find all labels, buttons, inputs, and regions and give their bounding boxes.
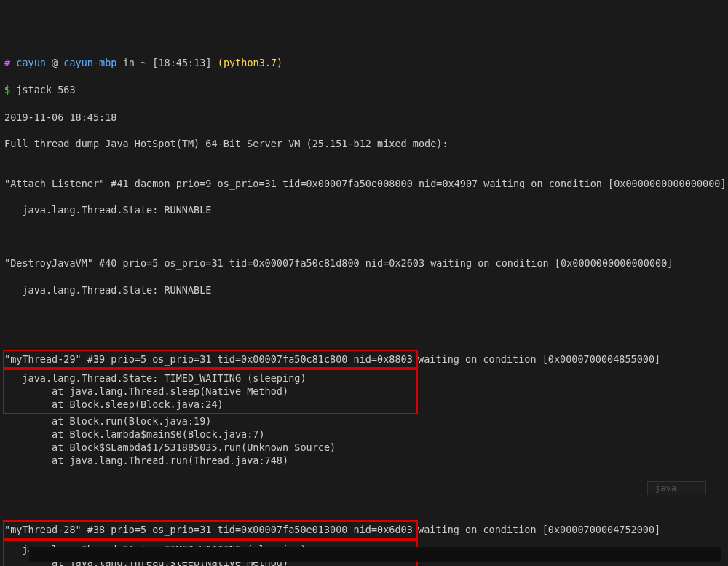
prompt-host: cayun-mbp	[63, 57, 116, 68]
prompt-user: cayun	[16, 57, 46, 68]
command-line[interactable]: $ jstack 563	[4, 83, 724, 96]
status-bar	[29, 547, 721, 562]
prompt-hash: #	[4, 57, 10, 68]
destroy-vm-state: java.lang.Thread.State: RUNNABLE	[4, 283, 724, 296]
attach-listener-header: "Attach Listener" #41 daemon prio=9 os_p…	[4, 177, 724, 190]
output-blank	[4, 230, 724, 243]
thread-29-stack: at java.lang.Thread.sleep(Native Method)	[4, 385, 288, 397]
thread-29-header-a: "myThread-29" #39 prio=5 os_prio=31 tid=…	[4, 353, 419, 365]
thread-29-header-b: waiting on condition [0x0000700004855000…	[418, 353, 660, 365]
attach-listener-state: java.lang.Thread.State: RUNNABLE	[4, 203, 724, 216]
editor-tab[interactable]: java	[647, 481, 706, 495]
thread-29-stack: at java.lang.Thread.run(Thread.java:748)	[4, 455, 288, 466]
highlight-box: "myThread-28" #38 prio=5 os_prio=31 tid=…	[3, 520, 418, 539]
shell-prompt: # cayun @ cayun-mbp in ~ [18:45:13] (pyt…	[4, 56, 724, 69]
highlight-box: java.lang.Thread.State: TIMED_WAITING (s…	[3, 369, 418, 414]
thread-29-stack: at Block.run(Block.java:19)	[4, 415, 211, 427]
output-blank	[4, 310, 724, 323]
prompt-time: [18:45:13]	[152, 57, 211, 68]
thread-29-stack: at Block.lambda$main$0(Block.java:7)	[4, 428, 265, 440]
thread-29-stack: at Block.sleep(Block.java:24)	[4, 398, 223, 410]
command-text: jstack 563	[16, 84, 75, 95]
thread-29-state: java.lang.Thread.State: TIMED_WAITING (s…	[4, 372, 306, 384]
thread-28-header-b: waiting on condition [0x0000700004752000…	[418, 524, 660, 535]
output-blank	[4, 481, 724, 494]
output-header: Full thread dump Java HotSpot(TM) 64-Bit…	[4, 137, 724, 150]
output-timestamp: 2019-11-06 18:45:18	[4, 111, 724, 124]
prompt-python: (python3.7)	[218, 57, 282, 68]
prompt-in: in	[123, 57, 135, 68]
prompt-dollar: $	[4, 84, 10, 95]
prompt-path: ~	[141, 57, 146, 68]
thread-29-block: "myThread-29" #39 prio=5 os_prio=31 tid=…	[4, 350, 724, 468]
prompt-at: @	[52, 57, 58, 68]
highlight-box: "myThread-29" #39 prio=5 os_prio=31 tid=…	[3, 350, 418, 369]
destroy-vm-header: "DestroyJavaVM" #40 prio=5 os_prio=31 ti…	[4, 256, 724, 270]
thread-29-stack: at Block$$Lambda$1/531885035.run(Unknown…	[4, 441, 336, 453]
thread-28-header-a: "myThread-28" #38 prio=5 os_prio=31 tid=…	[4, 524, 419, 535]
